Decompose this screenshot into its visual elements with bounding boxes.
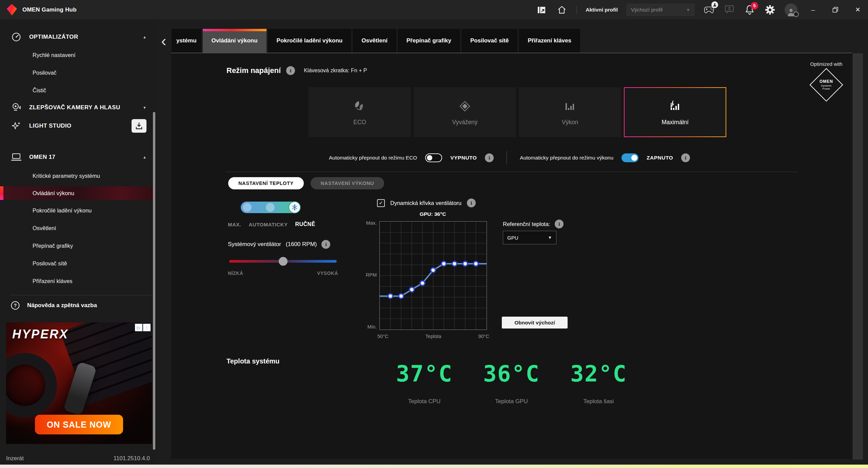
fan-curve-checkbox-row: ✓ Dynamická křivka ventilátoru i (377, 199, 476, 207)
reference-temp-dropdown[interactable]: GPU ▼ (503, 231, 556, 244)
tab-pokrocile-ladeni[interactable]: Pokročilé ladění výkonu (268, 29, 352, 53)
fan-curve-point[interactable] (399, 294, 403, 298)
mode-card-eco[interactable]: ECO (309, 87, 411, 137)
fan-curve-point[interactable] (410, 287, 414, 292)
tab-ovladani-vykonu[interactable]: Ovládání výkonu (203, 29, 267, 53)
sidebar-section-omen17[interactable]: OMEN 17 ▲ (0, 150, 156, 164)
content-scrollbar[interactable] (853, 53, 863, 460)
fan-mode-option-max[interactable]: MAX. (228, 222, 241, 227)
window-close-button[interactable]: ✕ (851, 3, 865, 17)
mode-card-vykon[interactable]: Výkon (519, 87, 621, 137)
game-library-button[interactable] (703, 4, 715, 16)
bottom-edge-strip (0, 465, 868, 468)
sidebar-section-optimizer[interactable]: OPTIMALIZÁTOR ▲ (0, 30, 156, 44)
sidebar-item-kriticke-parametry[interactable]: Kritické parametry systému (0, 170, 156, 182)
tab-kriticke-parametry-clipped[interactable]: ystému (172, 29, 201, 53)
window-minimize-button[interactable]: – (806, 3, 820, 17)
profile-dropdown[interactable]: Výchozí profil ▼ (627, 4, 694, 16)
omen-logo-icon (7, 4, 17, 16)
adchoices-icon[interactable]: ▷ (135, 324, 142, 331)
ad-menu-icon[interactable]: ⋮ (143, 324, 151, 331)
info-icon[interactable]: i (467, 199, 476, 207)
mode-card-label: Vyvážený (452, 119, 477, 126)
system-fan-range-labels: NÍZKÁ VYSOKÁ (228, 270, 338, 276)
tab-prepinac-grafiky[interactable]: Přepínač grafiky (398, 29, 460, 53)
badge-omen-label: OMEN (820, 79, 833, 84)
tab-prirazeni-klaves[interactable]: Přiřazení kláves (519, 29, 580, 53)
fan-mode-slider[interactable] (241, 202, 300, 213)
info-icon[interactable]: i (485, 153, 494, 162)
toggle-knob (631, 155, 637, 161)
home-button[interactable] (556, 4, 568, 16)
info-icon[interactable]: i (555, 220, 564, 228)
system-fan-slider-knob[interactable] (279, 257, 288, 266)
news-button[interactable] (536, 4, 547, 16)
sidebar-section-light-studio[interactable]: LIGHT STUDIO (0, 119, 156, 133)
content-panel: Režim napájení i Klávesová zkratka: Fn +… (171, 53, 852, 459)
ad-cta-button[interactable]: ON SALE NOW (35, 415, 123, 434)
feedback-button[interactable] (724, 4, 735, 16)
fan-mode-stop-auto[interactable] (266, 203, 275, 212)
window-maximize-button[interactable] (829, 3, 842, 17)
tab-posilovac-site[interactable]: Posilovač sítě (461, 29, 517, 53)
sidebar-item-prepinac-grafiky[interactable]: Přepínač grafiky (0, 240, 156, 251)
sidebar-item-osvetleni[interactable]: Osvětlení (0, 222, 156, 234)
fan-curve-point[interactable] (388, 294, 393, 298)
chevron-down-icon: ▼ (548, 235, 552, 240)
toggle-knob (427, 155, 432, 161)
sidebar-help-label: Nápověda a zpětná vazba (27, 302, 97, 309)
tab-osvetleni[interactable]: Osvětlení (353, 29, 396, 53)
home-icon (557, 5, 567, 15)
toggle-row-divider (507, 151, 507, 165)
subtab-temperature[interactable]: NASTAVENÍ TEPLOTY (228, 177, 304, 189)
system-fan-header: Systémový ventilátor (1600 RPM) i (228, 240, 330, 249)
info-icon[interactable]: i (321, 240, 330, 249)
sidebar-section-camera-voice[interactable]: ZLEPŠOVAČ KAMERY A HLASU ▼ (0, 101, 156, 114)
fan-mode-option-auto[interactable]: AUTOMATICKY (249, 222, 288, 227)
fan-curve-point[interactable] (474, 261, 478, 266)
fan-curve-point[interactable] (420, 281, 425, 285)
sidebar-item-cistic[interactable]: Čistič (0, 85, 156, 96)
tabs-back-button[interactable]: ‹ (156, 29, 172, 53)
fan-curve-point[interactable] (441, 261, 446, 266)
sidebar-item-rychle-nastaveni[interactable]: Rychlé nastavení (0, 49, 156, 61)
reset-default-button[interactable]: Obnovit výchozí (502, 317, 568, 329)
fan-curve-point[interactable] (431, 268, 436, 273)
sidebar-section-label: OMEN 17 (29, 154, 136, 161)
fan-curve-chart[interactable] (379, 221, 487, 330)
fan-curve-point[interactable] (463, 261, 468, 266)
fan-curve-svg[interactable] (380, 222, 487, 330)
system-fan-label: Systémový ventilátor (228, 241, 281, 248)
sidebar-item-ovladani-vykonu[interactable]: Ovládání výkonu (0, 186, 156, 200)
titlebar-divider (576, 5, 577, 14)
sidebar-ad-banner[interactable]: HYPERX ▷ ⋮ ON SALE NOW (6, 322, 152, 444)
maximize-icon (832, 7, 839, 13)
auto-eco-toggle[interactable] (425, 153, 442, 162)
temp-label: Teplota GPU (495, 398, 528, 405)
account-avatar[interactable] (785, 3, 797, 16)
sidebar-scrollbar[interactable] (153, 112, 155, 450)
fan-curve-checkbox[interactable]: ✓ (377, 199, 385, 207)
fan-mode-stop-max[interactable] (243, 203, 252, 212)
fan-curve-point[interactable] (452, 261, 457, 266)
fan-curve-current-temp: GPU: 36°C (379, 211, 486, 217)
mode-card-maximalni[interactable]: Maximální (624, 87, 726, 137)
notifications-button[interactable]: 5 (744, 4, 755, 16)
sidebar-help-feedback[interactable]: ? Nápověda a zpětná vazba (0, 295, 156, 316)
auto-perf-toggle[interactable] (622, 153, 638, 162)
info-icon[interactable]: i (286, 66, 295, 75)
system-fan-slider[interactable] (229, 257, 337, 266)
subtab-performance[interactable]: NASTAVENÍ VÝKONU (311, 177, 384, 189)
sidebar-item-posilovac[interactable]: Posilovač (0, 67, 156, 78)
fan-mode-knob-manual[interactable] (289, 202, 300, 213)
mode-card-vyvazeny[interactable]: Vyvážený (414, 87, 516, 137)
info-icon[interactable]: i (681, 153, 690, 162)
light-studio-download-button[interactable] (132, 119, 146, 133)
sidebar-item-posilovac-site[interactable]: Posilovač sítě (0, 258, 156, 269)
settings-button[interactable] (764, 4, 776, 16)
auto-eco-label: Automaticky přepnout do režimu ECO (329, 155, 417, 161)
sidebar-item-prirazeni-klaves[interactable]: Přiřazení kláves (0, 275, 156, 287)
sidebar-item-pokrocile-ladeni[interactable]: Pokročilé ladění výkonu (0, 205, 156, 216)
sidebar: OPTIMALIZÁTOR ▲ Rychlé nastavení Posilov… (0, 19, 156, 468)
fan-mode-option-manual[interactable]: RUČNĚ (295, 221, 315, 227)
